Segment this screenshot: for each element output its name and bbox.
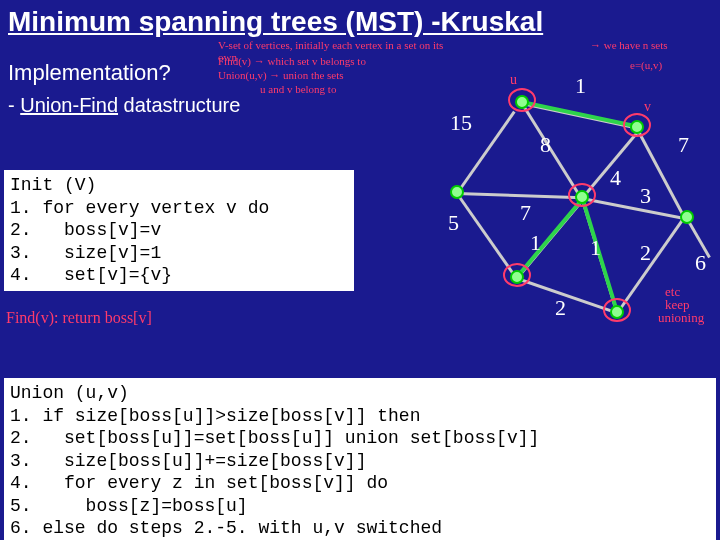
ring-f [503,263,531,287]
page-title: Minimum spanning trees (MST) -Kruskal [0,0,720,42]
handnote-union: Union(u,v) → union the sets [218,70,344,82]
ring-a [508,88,536,112]
init-code: Init (V) 1. for every vertex v do 2. bos… [4,170,354,291]
w-6: 6 [695,250,706,276]
w-5: 5 [448,210,459,236]
w-1r: 1 [590,235,601,261]
union-find-link[interactable]: Union-Find [20,94,118,116]
w-15: 15 [450,110,472,136]
mst-edge-ab [522,100,635,128]
node-e [680,210,694,224]
w-2b: 2 [555,295,566,321]
edge-cd [457,192,582,199]
w-3: 3 [640,183,651,209]
handnote-find: Find(v) → which set v belongs to [218,56,366,68]
label-u: u [510,73,517,88]
w-1-top: 1 [575,73,586,99]
ring-g [603,298,631,322]
w-2r: 2 [640,240,651,266]
edge-de [582,197,688,220]
handnote-find-return: Find(v): return boss[v] [6,310,152,327]
w-8: 8 [540,132,551,158]
edge-ad [521,103,582,198]
union-code: Union (u,v) 1. if size[boss[u]]>size[bos… [4,378,716,540]
ring-b [623,113,651,137]
w-1l: 1 [530,230,541,256]
label-v: v [644,100,651,115]
graph-diagram: u v 1 15 8 7 4 3 5 7 1 1 2 2 6 etc keep … [400,70,710,350]
w-7m: 7 [520,200,531,226]
w-7r: 7 [678,132,689,158]
w-4: 4 [610,165,621,191]
ds-prefix: - [8,94,20,116]
ring-d [568,183,596,207]
handnote-belong: u and v belong to [260,84,336,96]
handnote-etc3: unioning [658,311,704,325]
handnote-nsets: → we have n sets [590,40,668,52]
ds-suffix: datastructure [118,94,240,116]
node-c [450,185,464,199]
